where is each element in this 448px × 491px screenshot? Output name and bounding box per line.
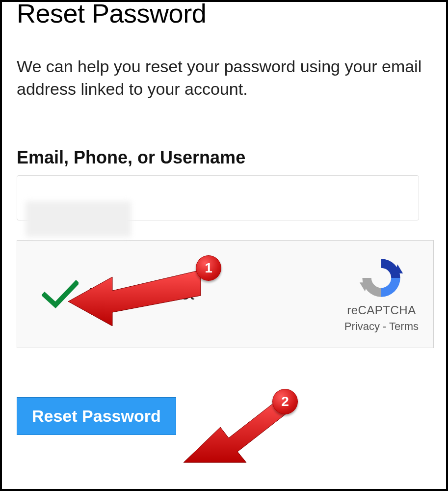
identifier-label: Email, Phone, or Username <box>17 147 431 168</box>
recaptcha-privacy-link[interactable]: Privacy <box>344 320 380 332</box>
redacted-overlay <box>26 201 131 237</box>
recaptcha-label: I'm not a robot <box>88 284 194 303</box>
recaptcha-icon <box>359 255 404 300</box>
recaptcha-brand: reCAPTCHA <box>347 303 416 317</box>
checkmark-icon <box>42 279 79 309</box>
page-description: We can help you reset your password usin… <box>17 55 431 101</box>
reset-password-button[interactable]: Reset Password <box>17 397 176 435</box>
recaptcha-widget[interactable]: I'm not a robot reCAPTCHA Privacy - Term… <box>17 240 434 348</box>
recaptcha-links: Privacy - Terms <box>344 320 419 333</box>
recaptcha-terms-link[interactable]: Terms <box>389 320 419 332</box>
page-title: Reset Password <box>17 0 431 28</box>
